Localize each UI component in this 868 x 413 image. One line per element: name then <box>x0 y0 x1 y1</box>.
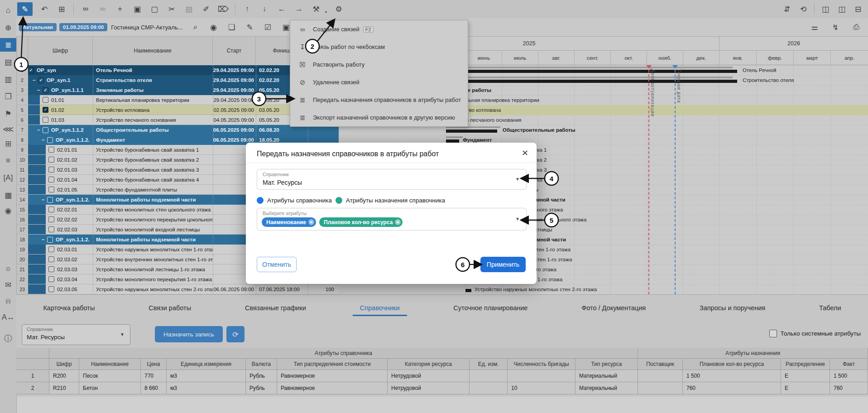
info-icon[interactable]: ⓘ <box>0 331 16 345</box>
task-checkbox[interactable]: ✓ <box>43 87 48 93</box>
zigzag-link-icon[interactable]: ↯ <box>830 21 841 33</box>
gantt-bar[interactable] <box>446 139 459 143</box>
column-header-name[interactable]: Наименование <box>93 36 213 65</box>
refs-column-header[interactable]: Шифр <box>49 359 79 370</box>
close-icon[interactable]: ✕ <box>522 148 528 158</box>
task-checkbox[interactable] <box>48 216 54 222</box>
notifications-icon[interactable]: ⍾ <box>0 294 16 308</box>
attribute-chip[interactable]: Плановое кол-во ресурса✕ <box>319 217 403 227</box>
tab-5[interactable]: Суточное планирование <box>451 296 529 320</box>
duplicate-button[interactable]: ▢ <box>149 3 160 15</box>
import-export-button[interactable]: ⇵ <box>782 3 792 15</box>
collapse-icon[interactable]: − <box>37 87 42 93</box>
task-checkbox[interactable] <box>47 137 53 143</box>
paste-button[interactable]: ▤ <box>183 3 194 15</box>
menu-item[interactable]: ⊘Удаление связей <box>290 73 468 91</box>
comments-icon[interactable]: ✉ <box>0 278 16 292</box>
move-up-button[interactable]: ↑ <box>242 3 253 15</box>
board-icon[interactable]: ▤ <box>0 55 16 69</box>
refs-column-header[interactable]: Поставщик <box>638 359 683 370</box>
tab-4[interactable]: Справочники <box>358 296 402 320</box>
collapse-icon[interactable]: − <box>42 237 46 242</box>
task-checkbox[interactable] <box>48 157 54 163</box>
refs-column-header[interactable]: Распределение <box>781 359 830 370</box>
home-icon[interactable]: ⌂ <box>0 4 16 17</box>
tab-1[interactable]: Карточка работы <box>41 296 96 320</box>
task-checkbox[interactable] <box>48 266 54 272</box>
reference-dropdown[interactable]: Справочник Мат. Ресурсы ▼ <box>257 169 527 190</box>
attributes-multiselect[interactable]: Выберите атрибуты Наименование✕Плановое … <box>257 208 527 231</box>
collapse-icon[interactable]: − <box>33 77 37 83</box>
refresh-assignments-button[interactable]: ⟳ <box>226 326 245 342</box>
task-checkbox[interactable] <box>48 147 54 153</box>
search-icon[interactable]: ⌕ <box>190 21 201 33</box>
brush-button[interactable]: ✐ <box>201 3 211 15</box>
move-right-button[interactable]: → <box>293 3 304 15</box>
task-checkbox[interactable] <box>48 286 54 292</box>
reference-select[interactable]: Справочник Мат. Ресурсы ▼ <box>22 324 130 345</box>
grid-icon[interactable]: ⊞ <box>0 137 16 150</box>
column-header-code[interactable]: Шифр <box>28 36 93 65</box>
delete-button[interactable]: ⌦ <box>218 3 229 15</box>
refs-column-header[interactable]: Факт <box>830 359 868 370</box>
layout-left-button[interactable]: ◫ <box>820 3 831 15</box>
add-link-button[interactable]: ∞ <box>80 3 91 15</box>
globe-icon[interactable]: ⊕ <box>0 21 16 34</box>
database-icon[interactable]: ≡ <box>0 154 16 168</box>
task-checkbox[interactable] <box>48 206 54 212</box>
cancel-button[interactable]: Отменить <box>257 257 297 272</box>
only-system-attrs[interactable]: Только системные атрибуты <box>769 330 861 337</box>
add-link-2-button[interactable]: ∞ <box>97 3 108 15</box>
task-checkbox[interactable] <box>47 237 53 243</box>
copy-button[interactable]: ▣ <box>132 3 143 15</box>
layout-right-button[interactable]: ◫ <box>836 3 847 15</box>
filter-sliders-icon[interactable]: ⚌ <box>809 21 820 33</box>
refs-column-header[interactable]: Валюта <box>246 359 277 370</box>
remove-chip-icon[interactable]: ✕ <box>308 219 314 225</box>
task-checkbox[interactable]: ✓ <box>28 67 34 73</box>
refs-column-header[interactable]: Ед. изм. <box>470 359 508 370</box>
refs-data-row[interactable]: 2R210Бетон8 660м3РубльРавномерноеНетрудо… <box>16 382 868 394</box>
collapse-icon[interactable]: − <box>42 137 46 143</box>
eye-icon[interactable]: ◉ <box>0 204 16 217</box>
flag-icon[interactable]: ⚑ <box>0 107 16 120</box>
task-checkbox[interactable] <box>48 177 54 182</box>
schedule-view-icon[interactable]: ≣ <box>0 38 16 52</box>
task-checkbox[interactable] <box>47 197 53 203</box>
cut-button[interactable]: ✂ <box>166 3 177 15</box>
menu-item[interactable]: ↧Связь работ по чекбоксам <box>290 38 468 56</box>
clipboard-edit-icon[interactable]: ✎ <box>245 21 255 33</box>
task-checkbox[interactable]: ✓ <box>43 107 48 113</box>
edit-pencil-button[interactable]: ✎ <box>17 2 33 16</box>
refs-column-header[interactable]: Плановое кол-во ресурса <box>683 359 781 370</box>
task-checkbox[interactable] <box>43 127 48 133</box>
refs-data-row[interactable]: 1R200Песок770м3РубльРавномерноеНетрудово… <box>16 370 868 382</box>
tab-6[interactable]: Фото / Документация <box>580 296 647 320</box>
task-checkbox[interactable]: ✓ <box>38 77 44 83</box>
hatch-icon[interactable]: ⋘ <box>0 122 16 136</box>
theme-icon[interactable]: ☼ <box>0 262 16 275</box>
task-checkbox[interactable] <box>48 276 54 282</box>
projects-icon[interactable]: ❐ <box>0 90 16 103</box>
tab-7[interactable]: Запросы и поручения <box>698 296 767 320</box>
task-row[interactable]: 2302.03.05Устройство наружных монолитных… <box>16 284 339 294</box>
menu-item[interactable]: ☒Растворить работу <box>290 56 468 73</box>
column-header-start[interactable]: Старт <box>213 36 256 65</box>
refs-column-header[interactable] <box>16 359 49 370</box>
gantt-bar[interactable] <box>446 130 497 133</box>
task-checkbox[interactable] <box>43 117 48 123</box>
task-checkbox[interactable] <box>48 187 54 192</box>
task-checkbox[interactable] <box>48 167 54 173</box>
layout-panel-icon[interactable]: ❏ <box>226 21 237 33</box>
chevron-down-icon[interactable]: ▼ <box>515 216 520 221</box>
gantt-bar[interactable] <box>465 289 471 292</box>
visibility-icon[interactable]: ◉ <box>208 21 219 33</box>
move-down-button[interactable]: ↓ <box>259 3 270 15</box>
menu-item[interactable]: ∞Создание связейF2 <box>290 20 468 38</box>
attributes-icon[interactable]: [A] <box>0 171 16 185</box>
refs-column-header[interactable]: Единица измерения <box>167 359 246 370</box>
collapse-icon[interactable]: − <box>37 127 42 133</box>
print-icon[interactable]: ⎙ <box>851 21 862 33</box>
calendar-icon[interactable]: ▦ <box>0 188 16 202</box>
collapse-icon[interactable]: − <box>42 197 46 202</box>
